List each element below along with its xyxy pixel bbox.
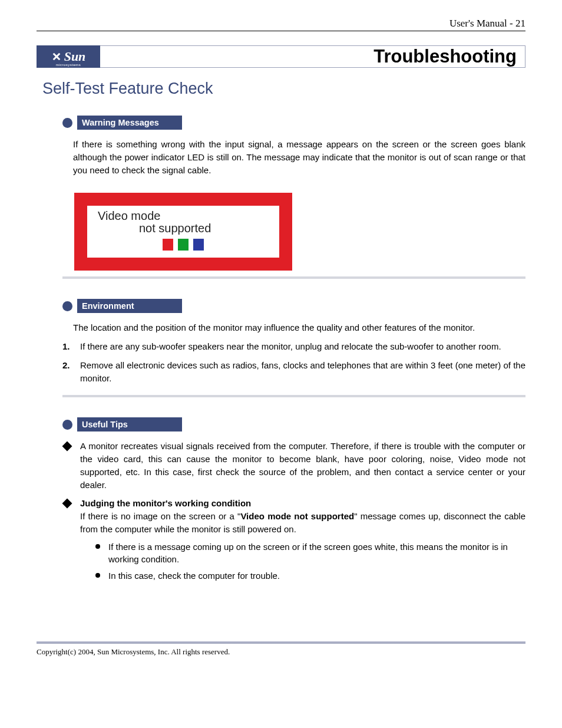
- sun-logo: Sun microsystems: [37, 45, 100, 68]
- chapter-header: Sun microsystems Troubleshooting: [37, 45, 525, 68]
- bullet-icon: [62, 118, 72, 128]
- environment-section-header: Environment: [62, 299, 525, 313]
- list-item: A monitor recreates visual signals recei…: [62, 440, 525, 491]
- list-item: 2. Remove all electronic devices such as…: [62, 359, 525, 385]
- running-head-bar: User's Manual - 21: [37, 18, 525, 31]
- section-title: Self-Test Feature Check: [42, 80, 525, 98]
- tip-body-bold: Video mode not supported: [240, 511, 354, 521]
- diamond-icon: [62, 499, 72, 509]
- environment-tag: Environment: [77, 299, 182, 313]
- blue-square-icon: [193, 239, 204, 251]
- environment-list: 1. If there are any sub-woofer speakers …: [62, 340, 525, 384]
- warning-section-header: Warning Messages: [62, 116, 525, 130]
- warning-body: If there is something wrong with the inp…: [73, 138, 525, 176]
- item-text: Judging the monitor's working condition …: [80, 497, 525, 535]
- sun-logo-icon: [51, 51, 62, 62]
- video-mode-graphic: Video mode not supported: [74, 193, 525, 271]
- graphic-line1: Video mode: [98, 209, 269, 223]
- disc-icon: [95, 573, 100, 578]
- item-text: If there are any sub-woofer speakers nea…: [80, 340, 525, 353]
- tips-tag: Useful Tips: [77, 417, 182, 431]
- tip-body-pre: If there is no image on the screen or a …: [80, 511, 240, 521]
- item-number: 2.: [62, 359, 80, 385]
- list-item: If there is a message coming up on the s…: [95, 541, 525, 566]
- list-item: Judging the monitor's working condition …: [62, 497, 525, 535]
- running-head: User's Manual - 21: [449, 18, 525, 29]
- list-item: In this case, check the computer for tro…: [95, 569, 525, 582]
- bullet-icon: [62, 301, 72, 311]
- bullet-icon: [62, 420, 72, 430]
- rgb-squares: [98, 239, 269, 251]
- list-item: 1. If there are any sub-woofer speakers …: [62, 340, 525, 353]
- tips-section-header: Useful Tips: [62, 417, 525, 431]
- green-square-icon: [178, 239, 189, 251]
- diamond-icon: [62, 442, 72, 452]
- red-square-icon: [163, 239, 173, 251]
- logo-subtext: microsystems: [56, 63, 81, 67]
- disc-icon: [95, 544, 100, 549]
- divider: [62, 395, 525, 397]
- graphic-line2: not supported: [139, 222, 269, 235]
- chapter-title: Troubleshooting: [373, 46, 517, 67]
- tips-sublist: If there is a message coming up on the s…: [95, 541, 525, 582]
- logo-text: Sun: [64, 49, 86, 64]
- copyright: Copyright(c) 2004, Sun Microsystems, Inc…: [37, 647, 525, 657]
- environment-body: The location and the position of the mon…: [73, 321, 525, 334]
- item-text: Remove all electronic devices such as ra…: [80, 359, 525, 385]
- item-text: If there is a message coming up on the s…: [108, 541, 525, 566]
- warning-tag: Warning Messages: [77, 116, 182, 130]
- tip-subheading: Judging the monitor's working condition: [80, 498, 251, 508]
- item-text: In this case, check the computer for tro…: [108, 569, 280, 582]
- chapter-title-box: Troubleshooting: [100, 45, 525, 68]
- item-number: 1.: [62, 340, 80, 353]
- footer-divider: [37, 641, 525, 644]
- divider: [62, 276, 525, 279]
- item-text: A monitor recreates visual signals recei…: [80, 440, 525, 491]
- tips-list: A monitor recreates visual signals recei…: [62, 440, 525, 535]
